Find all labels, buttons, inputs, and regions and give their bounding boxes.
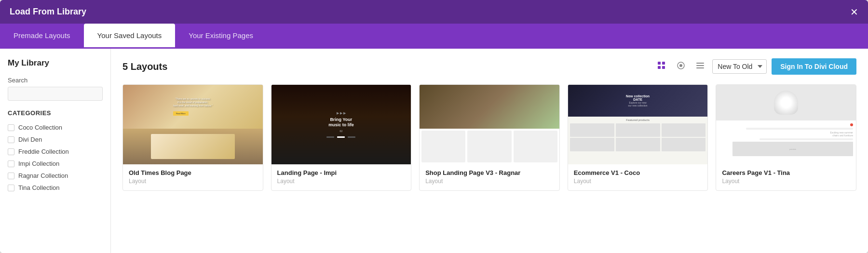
category-checkbox-impi[interactable] [8,160,14,167]
category-checkbox-coco[interactable] [8,124,14,131]
svg-rect-3 [662,66,665,69]
sign-in-divi-cloud-button[interactable]: Sign In To Divi Cloud [772,58,856,75]
layout-thumbnail-1: "There are no secrets to success.It is t… [123,85,263,164]
category-label-freddie: Freddie Collection [18,148,69,155]
category-checkbox-freddie[interactable] [8,148,14,155]
category-label-coco: Coco Collection [18,124,62,131]
svg-rect-7 [696,65,704,66]
category-checkbox-tina[interactable] [8,185,14,191]
tab-saved-layouts[interactable]: Your Saved Layouts [84,24,176,49]
category-item-coco[interactable]: Coco Collection [8,121,103,133]
tab-premade[interactable]: Premade Layouts [0,24,84,49]
category-label-impi: Impi Collection [18,160,59,167]
layout-info-4: Ecommerce V1 - Coco Layout [568,164,708,190]
category-label-tina: Tina Collection [18,184,60,191]
search-input[interactable] [8,87,103,101]
layout-type-2: Layout [277,178,406,185]
main-content: 5 Layouts [111,49,868,253]
modal-body: My Library Search Categories Coco Collec… [0,49,868,253]
layout-type-4: Layout [574,178,702,185]
svg-rect-2 [658,66,661,69]
tab-existing-pages[interactable]: Your Existing Pages [175,24,267,49]
list-view-button[interactable] [693,59,707,74]
layout-type-3: Layout [425,178,554,185]
layouts-count: 5 Layouts [122,61,167,72]
svg-rect-6 [696,63,704,64]
sidebar: My Library Search Categories Coco Collec… [0,49,111,253]
category-item-divi[interactable]: Divi Den [8,133,103,146]
svg-rect-8 [696,67,704,68]
layout-name-4: Ecommerce V1 - Coco [574,169,702,176]
modal-title: Load From Library [10,7,86,17]
close-button[interactable]: ✕ [850,7,858,17]
layout-name-5: Careers Page V1 - Tina [722,169,850,176]
load-from-library-modal: Load From Library ✕ Premade Layouts Your… [0,0,868,253]
title-bar: Load From Library ✕ [0,0,868,24]
category-checkbox-divi[interactable] [8,136,14,143]
category-item-freddie[interactable]: Freddie Collection [8,146,103,158]
tabs-bar: Premade Layouts Your Saved Layouts Your … [0,24,868,49]
category-label-ragnar: Ragnar Collection [18,172,68,179]
toolbar: New To OldOld To NewA to ZZ to A Sign In… [654,58,856,75]
categories-title: Categories [8,109,103,117]
sidebar-title: My Library [8,58,103,68]
layout-type-1: Layout [129,178,257,185]
layout-card-5[interactable]: Exciting new summerchairs and furniturep… [716,84,856,191]
search-label: Search [8,77,103,84]
svg-rect-0 [658,62,661,65]
layout-info-2: Landing Page - Impi Layout [271,164,411,190]
category-item-ragnar[interactable]: Ragnar Collection [8,170,103,182]
category-item-impi[interactable]: Impi Collection [8,158,103,170]
layout-info-1: Old Times Blog Page Layout [123,164,263,190]
layout-card-3[interactable]: Shop Landing Page V3 - Ragnar Layout [419,84,560,191]
category-label-divi: Divi Den [18,136,42,143]
layout-type-5: Layout [722,178,850,185]
layouts-grid: "There are no secrets to success.It is t… [122,84,856,191]
sort-select[interactable]: New To OldOld To NewA to ZZ to A [712,59,767,74]
layout-card-1[interactable]: "There are no secrets to success.It is t… [122,84,263,191]
layout-name-2: Landing Page - Impi [277,169,406,176]
layout-name-1: Old Times Blog Page [129,169,257,176]
layout-thumbnail-5: Exciting new summerchairs and furniturep… [716,85,856,164]
layout-thumbnail-4: New collectionDATEExplore our newour new… [568,85,708,164]
category-item-tina[interactable]: Tina Collection [8,182,103,194]
layout-name-3: Shop Landing Page V3 - Ragnar [425,169,554,176]
layout-thumbnail-3 [420,85,559,164]
grid-view-button[interactable] [654,59,669,74]
category-checkbox-ragnar[interactable] [8,173,14,179]
svg-rect-1 [662,62,665,65]
layout-card-2[interactable]: ▶ ▶ ▶Bring Yourmusic to life02 Landing P… [271,84,412,191]
svg-point-5 [679,64,682,67]
main-header: 5 Layouts [122,58,856,75]
filter-button[interactable] [674,59,688,74]
layout-info-5: Careers Page V1 - Tina Layout [716,164,856,190]
layout-info-3: Shop Landing Page V3 - Ragnar Layout [420,164,559,190]
categories-list: Coco Collection Divi Den Freddie Collect… [8,121,103,194]
layout-card-4[interactable]: New collectionDATEExplore our newour new… [568,84,708,191]
layout-thumbnail-2: ▶ ▶ ▶Bring Yourmusic to life02 [271,85,411,164]
